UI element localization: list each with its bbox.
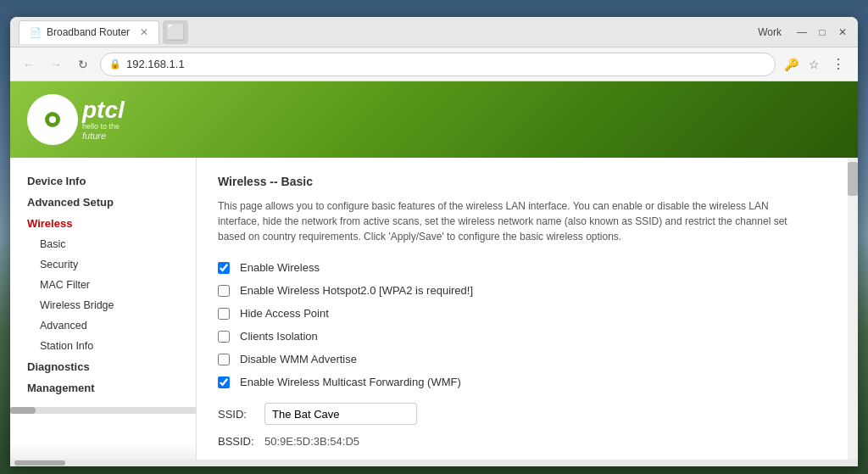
close-button[interactable]: ✕ (836, 25, 849, 39)
sidebar-item-device-info[interactable]: Device Info (10, 170, 196, 192)
content-scrollbar-thumb[interactable] (848, 162, 858, 196)
enable-wireless-checkbox[interactable] (218, 262, 230, 274)
enable-hotspot-label: Enable Wireless Hotspot2.0 [WPA2 is requ… (240, 284, 473, 297)
clients-isolation-row: Clients Isolation (218, 330, 837, 343)
url-text: 192.168.1.1 (126, 58, 185, 70)
sidebar-item-wireless-bridge[interactable]: Wireless Bridge (10, 295, 196, 315)
title-bar-right: Work — □ ✕ (758, 25, 849, 39)
enable-wmf-checkbox[interactable] (218, 376, 230, 388)
ssid-label: SSID: (218, 408, 256, 421)
ptcl-tagline-1: hello to the (82, 122, 125, 131)
sidebar-item-security[interactable]: Security (10, 254, 196, 275)
maximize-button[interactable]: □ (815, 25, 829, 39)
ssid-row: SSID: (218, 403, 837, 425)
tab-icon: 📄 (30, 27, 42, 38)
hide-ap-row: Hide Access Point (218, 307, 837, 320)
address-bar: ← → ↻ 🔒 192.168.1.1 🔑 ☆ ⋮ (10, 47, 858, 81)
page-title: Wireless -- Basic (218, 175, 837, 188)
content-panel: Wireless -- Basic This page allows you t… (197, 158, 858, 460)
page-description: This page allows you to configure basic … (218, 198, 794, 244)
key-icon[interactable]: 🔑 (782, 56, 800, 73)
ptcl-pupil (45, 112, 60, 127)
hide-ap-label: Hide Access Point (240, 307, 329, 320)
minimize-button[interactable]: — (795, 25, 809, 39)
title-bar: 📄 Broadband Router ✕ ⬜ Work — □ ✕ (10, 17, 858, 47)
disable-wmm-label: Disable WMM Advertise (240, 353, 357, 365)
forward-button[interactable]: → (46, 54, 66, 75)
bottom-scroll-thumb (14, 460, 65, 466)
browser-tab[interactable]: 📄 Broadband Router ✕ (19, 20, 159, 44)
sidebar-horizontal-scrollbar[interactable] (10, 407, 196, 414)
url-bar[interactable]: 🔒 192.168.1.1 (100, 53, 776, 76)
url-actions: 🔑 ☆ ⋮ (782, 53, 849, 75)
sidebar-item-advanced[interactable]: Advanced (10, 315, 196, 336)
ptcl-eye-icon (37, 104, 68, 135)
ptcl-tagline-2: future (82, 131, 125, 141)
workspace-label: Work (758, 26, 782, 38)
tab-close-button[interactable]: ✕ (140, 26, 148, 38)
ptcl-pupil-inner (49, 116, 56, 123)
wireless-form: Enable Wireless Enable Wireless Hotspot2… (218, 261, 837, 448)
bssid-value: 50:9E:5D:3B:54:D5 (264, 435, 359, 448)
disable-wmm-checkbox[interactable] (218, 354, 230, 365)
enable-hotspot-row: Enable Wireless Hotspot2.0 [WPA2 is requ… (218, 284, 837, 297)
enable-wireless-row: Enable Wireless (218, 261, 837, 274)
sidebar-item-wireless[interactable]: Wireless (10, 213, 196, 234)
sidebar: Device Info Advanced Setup Wireless Basi… (10, 158, 197, 460)
enable-wireless-label: Enable Wireless (240, 261, 320, 274)
sidebar-item-mac-filter[interactable]: MAC Filter (10, 275, 196, 295)
ssid-input[interactable] (264, 403, 417, 425)
sidebar-item-basic[interactable]: Basic (10, 234, 196, 254)
enable-wmf-label: Enable Wireless Multicast Forwarding (WM… (240, 376, 461, 388)
disable-wmm-row: Disable WMM Advertise (218, 353, 837, 365)
browser-menu-button[interactable]: ⋮ (828, 53, 849, 75)
ptcl-header: ptcl hello to the future (10, 81, 858, 158)
enable-wmf-row: Enable Wireless Multicast Forwarding (WM… (218, 376, 837, 388)
new-tab-button[interactable]: ⬜ (163, 20, 188, 44)
clients-isolation-label: Clients Isolation (240, 330, 318, 343)
main-content: Device Info Advanced Setup Wireless Basi… (10, 158, 858, 460)
ptcl-text-group: ptcl hello to the future (82, 98, 125, 142)
ptcl-logo: ptcl hello to the future (27, 94, 125, 145)
bookmark-star-icon[interactable]: ☆ (807, 56, 821, 73)
bottom-scrollbar[interactable] (10, 460, 858, 466)
hide-ap-checkbox[interactable] (218, 308, 230, 320)
content-scrollbar-track[interactable] (848, 158, 858, 460)
bssid-label: BSSID: (218, 435, 256, 448)
title-bar-left: 📄 Broadband Router ✕ ⬜ (19, 20, 758, 44)
browser-content: ptcl hello to the future Device Info Adv… (10, 81, 858, 466)
tab-title: Broadband Router (47, 26, 130, 38)
enable-hotspot-checkbox[interactable] (218, 285, 230, 297)
ptcl-logo-circle (27, 94, 78, 145)
browser-window: 📄 Broadband Router ✕ ⬜ Work — □ ✕ ← → ↻ … (10, 17, 858, 466)
sidebar-item-diagnostics[interactable]: Diagnostics (10, 356, 196, 377)
lock-icon: 🔒 (109, 59, 121, 70)
bssid-row: BSSID: 50:9E:5D:3B:54:D5 (218, 435, 837, 448)
ptcl-brand-name: ptcl (82, 98, 125, 122)
back-button[interactable]: ← (19, 54, 39, 75)
reload-button[interactable]: ↻ (73, 54, 93, 75)
sidebar-item-management[interactable]: Management (10, 377, 196, 399)
new-tab-icon: ⬜ (166, 23, 185, 42)
sidebar-scroll-thumb (10, 407, 36, 414)
sidebar-item-advanced-setup[interactable]: Advanced Setup (10, 192, 196, 213)
sidebar-item-station-info[interactable]: Station Info (10, 336, 196, 356)
clients-isolation-checkbox[interactable] (218, 331, 230, 343)
